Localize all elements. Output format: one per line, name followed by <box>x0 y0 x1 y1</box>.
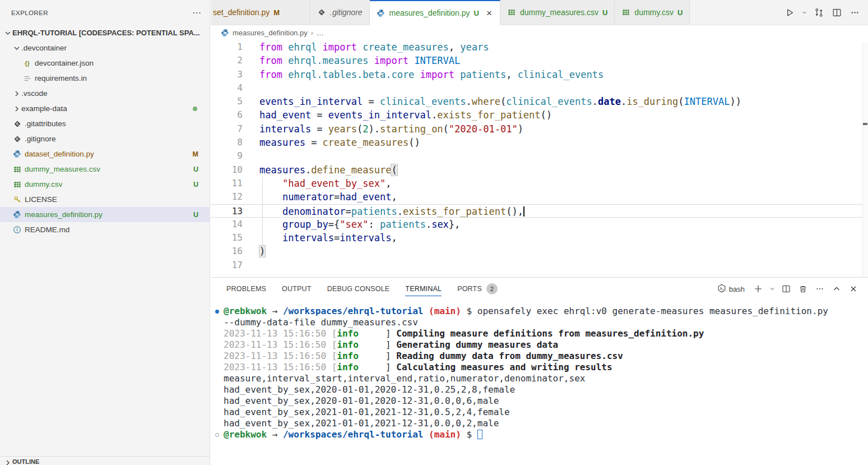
panel-tab-label: DEBUG CONSOLE <box>327 285 390 293</box>
outline-section-header[interactable]: OUTLINE <box>0 456 210 465</box>
tab-set-definition-py[interactable]: set_definition.pyM <box>211 0 310 25</box>
more-actions-icon[interactable] <box>847 4 862 20</box>
root-folder-label: EHRQL-TUTORIAL [CODESPACES: POTENTIAL SP… <box>12 29 200 37</box>
git-status-badge: M <box>188 150 202 158</box>
code-line: 9 <box>211 149 868 163</box>
panel-tab-problems[interactable]: PROBLEMS <box>226 278 266 300</box>
code-text: measures.define_measure( <box>259 163 397 177</box>
chevron-down-icon <box>3 29 12 38</box>
sidebar-item-vscode[interactable]: .vscode <box>0 86 210 101</box>
code-text: intervals=intervals, <box>259 231 397 245</box>
sidebar-item-license[interactable]: LICENSE <box>0 192 210 207</box>
maximize-panel-icon[interactable] <box>829 281 844 297</box>
sidebar-item-dataset-definition-py[interactable]: dataset_definition.pyM <box>0 146 210 162</box>
breadcrumb-symbol[interactable]: … <box>317 29 324 37</box>
panel-tab-debug-console[interactable]: DEBUG CONSOLE <box>327 278 390 300</box>
breadcrumb[interactable]: measures_definition.py › … <box>211 25 868 40</box>
explorer-title: EXPLORER <box>11 10 48 16</box>
more-actions-icon[interactable] <box>812 281 828 297</box>
sidebar-item-measures-definition-py[interactable]: measures_definition.pyU <box>0 207 210 222</box>
terminal[interactable]: @rebkwok → /workspaces/ehrql-tutorial (m… <box>211 300 868 465</box>
tab-measures-definition-py[interactable]: measures_definition.pyU× <box>370 0 500 25</box>
file-label: LICENSE <box>25 195 57 204</box>
chevron-right-icon <box>3 458 12 465</box>
panel-tab-terminal[interactable]: TERMINAL <box>405 278 442 300</box>
code-editor[interactable]: 1from ehrql import create_measures, year… <box>211 40 868 277</box>
python-icon <box>12 150 22 159</box>
sidebar-item-dummy-csv[interactable]: dummy.csvU <box>0 177 210 192</box>
git-icon <box>12 119 22 128</box>
indent-guide <box>262 177 263 245</box>
sidebar-item-requirements-in[interactable]: requirements.in <box>0 71 210 86</box>
key-icon <box>12 195 22 204</box>
code-text: had_event = events_in_interval.exists_fo… <box>259 108 552 122</box>
python-icon <box>12 210 22 219</box>
compare-changes-icon[interactable] <box>811 4 827 20</box>
code-line: 12 numerator=had_event, <box>211 190 868 204</box>
csv-icon <box>12 165 22 174</box>
command-decoration-open-icon <box>215 433 219 437</box>
editor-actions <box>782 0 868 25</box>
new-terminal-icon[interactable] <box>750 281 766 297</box>
sidebar-item-gitignore[interactable]: .gitignore <box>0 131 210 146</box>
sidebar-item-example-data[interactable]: example-data <box>0 101 210 116</box>
code-text: measures = create_measures() <box>259 136 420 149</box>
breadcrumb-file[interactable]: measures_definition.py <box>233 29 308 37</box>
split-terminal-icon[interactable] <box>778 281 794 297</box>
git-status-badge: U <box>677 8 683 17</box>
file-label: .vscode <box>21 89 48 98</box>
tab-dummy-measures-csv[interactable]: dummy_measures.csvU <box>500 0 615 25</box>
panel-tab-label: TERMINAL <box>405 285 442 293</box>
sidebar-item-devcontainer-json[interactable]: {}devcontainer.json <box>0 56 210 71</box>
cursor-position-marker <box>863 123 867 125</box>
panel-tab-output[interactable]: OUTPUT <box>282 278 312 300</box>
panel-header: PROBLEMSOUTPUTDEBUG CONSOLETERMINALPORTS… <box>211 278 868 300</box>
code-line: 5events_in_interval = clinical_events.wh… <box>211 95 868 108</box>
run-dropdown-icon[interactable] <box>800 4 809 20</box>
ports-count-badge: 2 <box>486 283 498 294</box>
split-editor-icon[interactable] <box>829 4 844 20</box>
tab-dummy-csv[interactable]: dummy.csvU <box>615 0 690 25</box>
tab-gitignore[interactable]: .gitignore <box>310 0 370 25</box>
vscode-window: { "explorer": { "title": "EXPLORER", "mo… <box>0 0 868 465</box>
terminal-line: @rebkwok → /workspaces/ehrql-tutorial (m… <box>213 306 868 317</box>
tab-label: dummy_measures.csv <box>520 8 598 17</box>
git-status-badge: U <box>189 165 202 173</box>
views-and-more-actions-icon[interactable]: ⋯ <box>192 7 202 18</box>
tab-label: dummy.csv <box>634 8 674 17</box>
chevron-right-icon <box>12 104 21 113</box>
sidebar-item-root-folder[interactable]: EHRQL-TUTORIAL [CODESPACES: POTENTIAL SP… <box>0 25 210 40</box>
file-label: measures_definition.py <box>25 210 103 219</box>
csv-icon <box>621 8 630 17</box>
sidebar-item-devcontainer[interactable]: .devcontainer <box>0 40 210 56</box>
terminal-line: 2023-11-13 15:16:50 [info ] Generating d… <box>213 339 868 351</box>
code-line: 2from ehrql.measures import INTERVAL <box>211 54 868 67</box>
sidebar-item-readme-md[interactable]: README.md <box>0 222 210 237</box>
explorer-header: EXPLORER ⋯ <box>0 0 210 25</box>
line-number: 12 <box>211 190 243 204</box>
file-label: .gitattributes <box>25 119 66 128</box>
git-icon <box>12 135 22 144</box>
close-tab-icon[interactable]: × <box>485 8 493 18</box>
git-status-badge: U <box>189 181 202 188</box>
line-number: 16 <box>211 245 243 258</box>
tab-label: set_definition.py <box>213 8 270 17</box>
run-icon[interactable] <box>782 4 797 20</box>
panel-tab-ports[interactable]: PORTS2 <box>457 278 498 300</box>
file-label: .devcontainer <box>21 44 67 52</box>
close-panel-icon[interactable] <box>846 281 861 297</box>
code-line: 1from ehrql import create_measures, year… <box>211 40 868 54</box>
terminal-dropdown-icon[interactable] <box>767 281 777 297</box>
panel-actions: bash <box>717 281 861 297</box>
sidebar-item-gitattributes[interactable]: .gitattributes <box>0 116 210 131</box>
file-label: .gitignore <box>25 135 56 143</box>
sidebar-item-dummy-measures-csv[interactable]: dummy_measures.csvU <box>0 162 210 177</box>
git-status-badge: U <box>189 211 202 219</box>
line-number: 2 <box>211 54 243 67</box>
explorer-sidebar: EXPLORER ⋯ EHRQL-TUTORIAL [CODESPACES: P… <box>0 0 210 465</box>
editor-tab-bar: set_definition.pyM.gitignoremeasures_def… <box>211 0 868 25</box>
kill-terminal-icon[interactable] <box>795 281 811 297</box>
terminal-shell-selector[interactable]: bash <box>717 284 745 294</box>
csv-icon <box>12 180 22 189</box>
chevron-right-icon <box>12 89 21 98</box>
